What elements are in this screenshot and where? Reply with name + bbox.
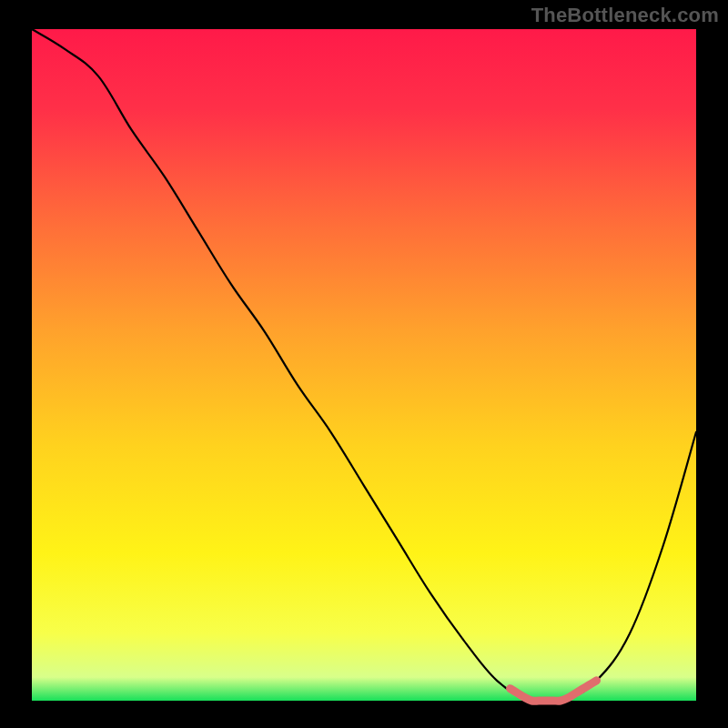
bottleneck-chart (0, 0, 728, 728)
chart-frame: TheBottleneck.com (0, 0, 728, 728)
attribution-label: TheBottleneck.com (531, 4, 719, 27)
